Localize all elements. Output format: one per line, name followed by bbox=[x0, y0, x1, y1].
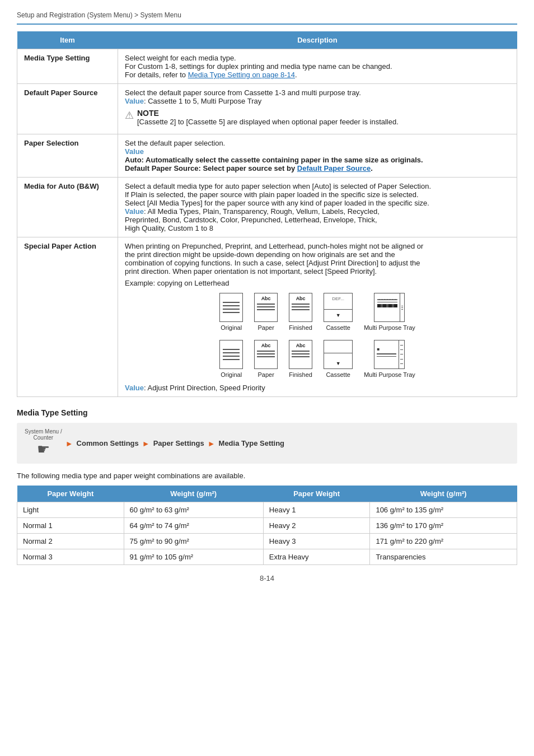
nav-arrow-3: ► bbox=[208, 439, 216, 448]
hand-icon: ☛ bbox=[37, 441, 50, 458]
nav-arrow-1: ► bbox=[65, 439, 73, 448]
nav-step-1: Common Settings bbox=[77, 439, 139, 447]
row-item-default-paper-source: Default Paper Source bbox=[17, 84, 118, 134]
paper-weight-cell: Normal 2 bbox=[17, 534, 124, 549]
diagram-item-cassette-top: ▼ DEF... Cassette bbox=[324, 293, 353, 331]
value-label: Value bbox=[125, 384, 144, 392]
col-paper-weight-1: Paper Weight bbox=[17, 486, 124, 502]
weight-table: Paper Weight Weight (g/m²) Paper Weight … bbox=[17, 486, 517, 565]
media-type-intro: The following media type and paper weigh… bbox=[17, 472, 517, 480]
paper-weight-cell: Heavy 1 bbox=[263, 502, 370, 518]
paper-weight-cell: Normal 1 bbox=[17, 518, 124, 534]
table-row: Normal 3 91 g/m² to 105 g/m² Extra Heavy… bbox=[17, 549, 517, 565]
col-weight-1: Weight (g/m²) bbox=[124, 486, 263, 502]
table-row: Special Paper Action When printing on Pr… bbox=[17, 237, 517, 397]
nav-arrow-2: ► bbox=[142, 439, 150, 448]
weight-cell: 91 g/m² to 105 g/m² bbox=[124, 549, 263, 565]
breadcrumb-text: Setup and Registration (System Menu) > S… bbox=[17, 11, 517, 19]
paper-weight-cell: Heavy 3 bbox=[263, 534, 370, 549]
table-row: Media for Auto (B&W) Select a default me… bbox=[17, 178, 517, 237]
paper-weight-cell: Light bbox=[17, 502, 124, 518]
row-desc-special-paper: When printing on Prepunched, Preprint, a… bbox=[118, 237, 517, 397]
breadcrumb: Setup and Registration (System Menu) > S… bbox=[17, 11, 517, 25]
row-desc-media-auto: Select a default media type for auto pap… bbox=[118, 178, 517, 237]
diagram-item-cassette-bottom: ▼ Cassette bbox=[324, 340, 353, 378]
nav-step-3: Media Type Setting bbox=[219, 439, 285, 447]
table-row: Media Type Setting Select weight for eac… bbox=[17, 49, 517, 84]
diagram-item-paper-top: Abc Paper bbox=[254, 293, 278, 331]
weight-cell: 64 g/m² to 74 g/m² bbox=[124, 518, 263, 534]
note-box: ⚠ NOTE [Cassette 2] to [Cassette 5] are … bbox=[125, 109, 510, 126]
weight-cell: Transparencies bbox=[370, 549, 517, 565]
row-item-media-type-setting: Media Type Setting bbox=[17, 49, 118, 84]
diagram-item-original-bottom: Original bbox=[219, 340, 243, 378]
table-row: Paper Selection Set the default paper se… bbox=[17, 134, 517, 178]
table-row: Normal 2 75 g/m² to 90 g/m² Heavy 3 171 … bbox=[17, 534, 517, 549]
diagram-item-mpt-bottom: ■ Multi Purpose Tray bbox=[364, 340, 415, 378]
diagram-item-finished-top: Abc Finished bbox=[289, 293, 312, 331]
diagram-row-bottom: Original Abc Paper bbox=[125, 340, 510, 378]
diagram-item-original-top: Original bbox=[219, 293, 243, 331]
paper-weight-cell: Extra Heavy bbox=[263, 549, 370, 565]
weight-cell: 60 g/m² to 63 g/m² bbox=[124, 502, 263, 518]
table-row: Normal 1 64 g/m² to 74 g/m² Heavy 2 136 … bbox=[17, 518, 517, 534]
diagram-row-top: Original Abc Paper bbox=[125, 293, 510, 331]
value-label: Value bbox=[125, 97, 144, 105]
diagram-item-paper-bottom: Abc Paper bbox=[254, 340, 278, 378]
weight-cell: 136 g/m² to 170 g/m² bbox=[370, 518, 517, 534]
media-type-title: Media Type Setting bbox=[17, 408, 517, 417]
col-item: Item bbox=[17, 31, 118, 49]
paper-weight-cell: Normal 3 bbox=[17, 549, 124, 565]
paper-weight-cell: Heavy 2 bbox=[263, 518, 370, 534]
col-description: Description bbox=[118, 31, 517, 49]
value-label: Value bbox=[125, 147, 144, 156]
system-menu-icon-box: System Menu /Counter ☛ bbox=[25, 428, 62, 458]
row-desc-paper-selection: Set the default paper selection. Value A… bbox=[118, 134, 517, 178]
col-paper-weight-2: Paper Weight bbox=[263, 486, 370, 502]
row-item-paper-selection: Paper Selection bbox=[17, 134, 118, 178]
diagram-item-finished-bottom: Abc Finished bbox=[289, 340, 312, 378]
note-title: NOTE bbox=[137, 109, 159, 118]
weight-cell: 106 g/m² to 135 g/m² bbox=[370, 502, 517, 518]
diagram-item-mpt-top: Multi Purpose Tray bbox=[364, 293, 415, 331]
weight-cell: 171 g/m² to 220 g/m² bbox=[370, 534, 517, 549]
note-text: [Cassette 2] to [Cassette 5] are display… bbox=[137, 118, 399, 126]
row-desc-media-type-setting: Select weight for each media type. For C… bbox=[118, 49, 517, 84]
media-type-link[interactable]: Media Type Setting on page 8-14 bbox=[188, 71, 295, 79]
page-number: 8-14 bbox=[17, 574, 517, 582]
note-icon: ⚠ bbox=[125, 109, 134, 122]
row-desc-default-paper-source: Select the default paper source from Cas… bbox=[118, 84, 517, 134]
nav-step-2: Paper Settings bbox=[153, 439, 204, 447]
nav-breadcrumb: System Menu /Counter ☛ ► Common Settings… bbox=[17, 423, 517, 464]
table-row: Light 60 g/m² to 63 g/m² Heavy 1 106 g/m… bbox=[17, 502, 517, 518]
media-type-section: Media Type Setting System Menu /Counter … bbox=[17, 408, 517, 565]
value-label: Value bbox=[125, 207, 144, 216]
main-table: Item Description Media Type Setting Sele… bbox=[17, 31, 517, 397]
col-weight-2: Weight (g/m²) bbox=[370, 486, 517, 502]
row-item-special-paper: Special Paper Action bbox=[17, 237, 118, 397]
table-row: Default Paper Source Select the default … bbox=[17, 84, 517, 134]
row-item-media-auto: Media for Auto (B&W) bbox=[17, 178, 118, 237]
weight-cell: 75 g/m² to 90 g/m² bbox=[124, 534, 263, 549]
default-paper-source-link[interactable]: Default Paper Source bbox=[297, 164, 371, 172]
